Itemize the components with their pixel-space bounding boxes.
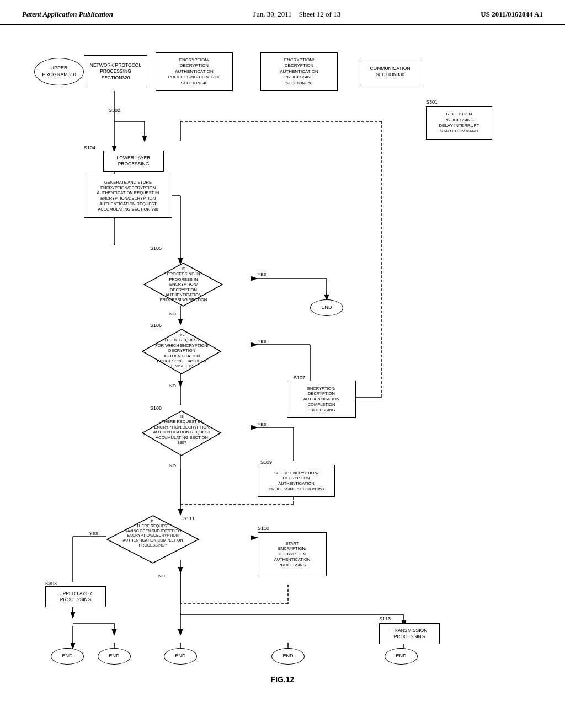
s109-label: S109: [260, 459, 272, 465]
end-oval-s105: END: [310, 299, 343, 316]
date-sheet-label: Jun. 30, 2011 Sheet 12 of 13: [253, 10, 340, 19]
s104-label: S104: [84, 145, 95, 151]
s111-yes-label: YES: [89, 531, 98, 536]
s105-label: S105: [150, 245, 162, 251]
s106-diamond: ISTHERE REQUESTFOR WHICH ENCRYPTION/DECR…: [142, 328, 222, 375]
enc-dec-control-box: ENCRYPTION/ DECRYPTION AUTHENTICATION PR…: [156, 52, 233, 91]
end-oval-2: END: [98, 648, 131, 665]
lower-layer-box: LOWER LAYER PROCESSING: [103, 151, 164, 172]
end-oval-3: END: [164, 648, 197, 665]
enc-dec-proc-box: ENCRYPTION/ DECRYPTION AUTHENTICATION PR…: [260, 52, 338, 91]
upper-layer-box: UPPER LAYER PROCESSING: [45, 586, 106, 607]
s106-yes-label: YES: [258, 339, 266, 344]
s303-label: S303: [45, 581, 57, 586]
publication-label: Patent Application Publication: [22, 10, 113, 19]
figure-caption: FIG.12: [18, 675, 547, 684]
end-oval-5: END: [385, 648, 418, 665]
generate-store-box: GENERATE AND STORE ENCRYPTION/DECRYPTION…: [84, 174, 172, 218]
s111-diamond: ISTHERE REQUESTHAVING BEEN SUBJECTED TOE…: [106, 515, 200, 564]
s105-diamond: ISPROCESSING INPROGRESS IN ENCRYPTION/DE…: [143, 262, 223, 307]
s111-no-label: NO: [158, 574, 165, 579]
s106-label: S106: [150, 323, 162, 328]
end-oval-1: END: [51, 648, 84, 665]
network-protocol-box: NETWORK PROTOCOL PROCESSING SECTION320: [84, 55, 147, 88]
s107-label: S107: [294, 375, 305, 381]
reception-processing-box: RECEPTION PROCESSING DELAY INTERRUPT STA…: [426, 106, 492, 140]
s105-yes-label: YES: [258, 272, 266, 277]
s113-label: S113: [379, 616, 391, 622]
s302-label: S302: [109, 108, 120, 113]
patent-number-label: US 2011/0162044 A1: [481, 10, 543, 19]
communication-box: COMMUNICATION SECTION330: [360, 58, 420, 85]
enc-dec-completion-box: ENCRYPTION/ DECRYPTION AUTHENTICATION CO…: [287, 381, 356, 418]
set-up-box: SET UP ENCRYPTION/ DECRYPTION AUTHENTICA…: [258, 465, 335, 497]
flowchart-diagram: UPPER PROGRAM310 NETWORK PROTOCOL PROCES…: [18, 41, 547, 687]
transmission-box: TRANSMISSION PROCESSING: [379, 623, 440, 644]
s106-no-label: NO: [169, 383, 176, 388]
s108-yes-label: YES: [258, 422, 266, 427]
s301-label: S301: [426, 99, 438, 105]
s105-no-label: NO: [169, 312, 176, 317]
upper-program-box: UPPER PROGRAM310: [34, 58, 84, 85]
s108-diamond: ISTHERE REQUEST INENCRYPTION/DECRYPTIONA…: [142, 410, 222, 457]
end-oval-4: END: [271, 648, 305, 665]
start-enc-box: START ENCRYPTION/ DECRYPTION AUTHENTICAT…: [258, 532, 327, 576]
s108-no-label: NO: [169, 463, 176, 468]
page-header: Patent Application Publication Jun. 30, …: [0, 0, 565, 25]
s110-label: S110: [258, 526, 269, 531]
